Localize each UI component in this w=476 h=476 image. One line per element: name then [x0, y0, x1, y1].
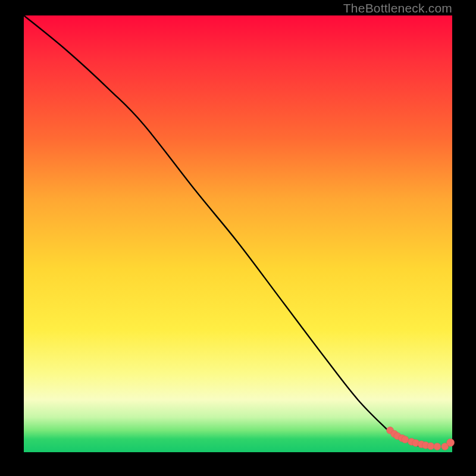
highlight-dot	[447, 439, 455, 446]
bottleneck-curve-solid	[24, 15, 388, 430]
chart-frame: TheBottleneck.com	[0, 0, 476, 476]
highlight-dot	[402, 436, 409, 443]
plot-area	[24, 15, 452, 452]
watermark-text: TheBottleneck.com	[343, 1, 452, 15]
highlight-dot	[434, 443, 441, 450]
highlight-dots-group	[387, 427, 455, 450]
chart-svg	[24, 15, 452, 452]
highlight-dot	[427, 443, 434, 450]
